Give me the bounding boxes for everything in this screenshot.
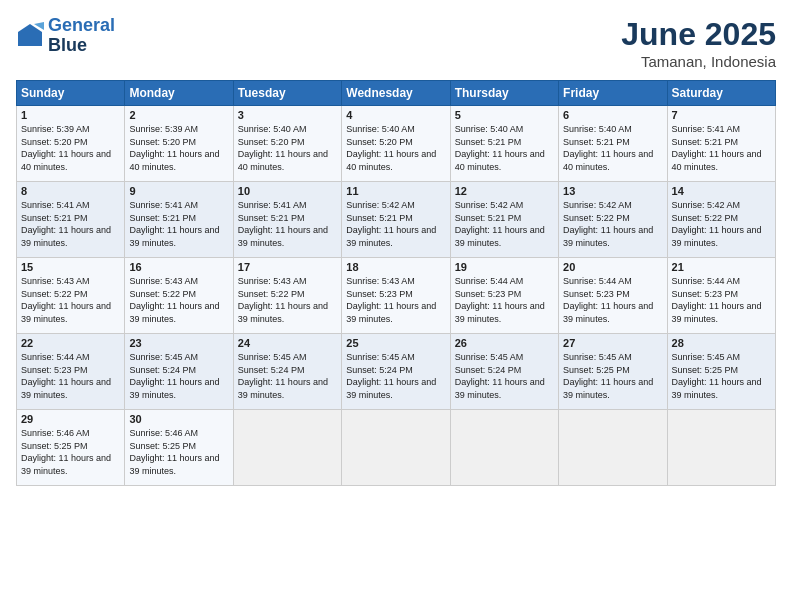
table-cell bbox=[667, 410, 775, 486]
day-info: Sunrise: 5:39 AMSunset: 5:20 PMDaylight:… bbox=[21, 123, 120, 173]
day-number: 23 bbox=[129, 337, 228, 349]
table-cell: 28Sunrise: 5:45 AMSunset: 5:25 PMDayligh… bbox=[667, 334, 775, 410]
day-info: Sunrise: 5:46 AMSunset: 5:25 PMDaylight:… bbox=[21, 427, 120, 477]
col-friday: Friday bbox=[559, 81, 667, 106]
day-info: Sunrise: 5:45 AMSunset: 5:25 PMDaylight:… bbox=[563, 351, 662, 401]
table-cell: 9Sunrise: 5:41 AMSunset: 5:21 PMDaylight… bbox=[125, 182, 233, 258]
day-number: 30 bbox=[129, 413, 228, 425]
day-number: 7 bbox=[672, 109, 771, 121]
table-row: 22Sunrise: 5:44 AMSunset: 5:23 PMDayligh… bbox=[17, 334, 776, 410]
day-info: Sunrise: 5:40 AMSunset: 5:20 PMDaylight:… bbox=[238, 123, 337, 173]
day-info: Sunrise: 5:44 AMSunset: 5:23 PMDaylight:… bbox=[455, 275, 554, 325]
table-cell: 14Sunrise: 5:42 AMSunset: 5:22 PMDayligh… bbox=[667, 182, 775, 258]
table-cell bbox=[233, 410, 341, 486]
day-info: Sunrise: 5:44 AMSunset: 5:23 PMDaylight:… bbox=[21, 351, 120, 401]
col-wednesday: Wednesday bbox=[342, 81, 450, 106]
day-number: 5 bbox=[455, 109, 554, 121]
day-info: Sunrise: 5:40 AMSunset: 5:20 PMDaylight:… bbox=[346, 123, 445, 173]
table-cell bbox=[559, 410, 667, 486]
table-cell: 3Sunrise: 5:40 AMSunset: 5:20 PMDaylight… bbox=[233, 106, 341, 182]
table-cell bbox=[342, 410, 450, 486]
table-cell: 5Sunrise: 5:40 AMSunset: 5:21 PMDaylight… bbox=[450, 106, 558, 182]
table-cell: 22Sunrise: 5:44 AMSunset: 5:23 PMDayligh… bbox=[17, 334, 125, 410]
day-number: 24 bbox=[238, 337, 337, 349]
day-info: Sunrise: 5:43 AMSunset: 5:22 PMDaylight:… bbox=[129, 275, 228, 325]
day-info: Sunrise: 5:45 AMSunset: 5:24 PMDaylight:… bbox=[129, 351, 228, 401]
header: General Blue June 2025 Tamanan, Indonesi… bbox=[16, 16, 776, 70]
table-cell: 25Sunrise: 5:45 AMSunset: 5:24 PMDayligh… bbox=[342, 334, 450, 410]
day-info: Sunrise: 5:44 AMSunset: 5:23 PMDaylight:… bbox=[563, 275, 662, 325]
table-cell: 6Sunrise: 5:40 AMSunset: 5:21 PMDaylight… bbox=[559, 106, 667, 182]
table-cell: 26Sunrise: 5:45 AMSunset: 5:24 PMDayligh… bbox=[450, 334, 558, 410]
location-title: Tamanan, Indonesia bbox=[621, 53, 776, 70]
day-number: 12 bbox=[455, 185, 554, 197]
table-cell: 27Sunrise: 5:45 AMSunset: 5:25 PMDayligh… bbox=[559, 334, 667, 410]
table-row: 29Sunrise: 5:46 AMSunset: 5:25 PMDayligh… bbox=[17, 410, 776, 486]
day-number: 18 bbox=[346, 261, 445, 273]
table-cell: 16Sunrise: 5:43 AMSunset: 5:22 PMDayligh… bbox=[125, 258, 233, 334]
day-number: 4 bbox=[346, 109, 445, 121]
day-info: Sunrise: 5:42 AMSunset: 5:22 PMDaylight:… bbox=[672, 199, 771, 249]
day-number: 16 bbox=[129, 261, 228, 273]
day-number: 27 bbox=[563, 337, 662, 349]
day-number: 22 bbox=[21, 337, 120, 349]
table-cell: 19Sunrise: 5:44 AMSunset: 5:23 PMDayligh… bbox=[450, 258, 558, 334]
day-number: 29 bbox=[21, 413, 120, 425]
day-info: Sunrise: 5:45 AMSunset: 5:24 PMDaylight:… bbox=[455, 351, 554, 401]
table-cell: 12Sunrise: 5:42 AMSunset: 5:21 PMDayligh… bbox=[450, 182, 558, 258]
day-number: 6 bbox=[563, 109, 662, 121]
table-cell: 4Sunrise: 5:40 AMSunset: 5:20 PMDaylight… bbox=[342, 106, 450, 182]
table-cell: 21Sunrise: 5:44 AMSunset: 5:23 PMDayligh… bbox=[667, 258, 775, 334]
day-number: 25 bbox=[346, 337, 445, 349]
day-info: Sunrise: 5:43 AMSunset: 5:22 PMDaylight:… bbox=[238, 275, 337, 325]
day-number: 17 bbox=[238, 261, 337, 273]
month-title: June 2025 bbox=[621, 16, 776, 53]
day-info: Sunrise: 5:44 AMSunset: 5:23 PMDaylight:… bbox=[672, 275, 771, 325]
table-cell: 24Sunrise: 5:45 AMSunset: 5:24 PMDayligh… bbox=[233, 334, 341, 410]
day-number: 19 bbox=[455, 261, 554, 273]
day-number: 26 bbox=[455, 337, 554, 349]
page: General Blue June 2025 Tamanan, Indonesi… bbox=[0, 0, 792, 612]
day-info: Sunrise: 5:45 AMSunset: 5:24 PMDaylight:… bbox=[238, 351, 337, 401]
day-number: 8 bbox=[21, 185, 120, 197]
day-info: Sunrise: 5:43 AMSunset: 5:23 PMDaylight:… bbox=[346, 275, 445, 325]
day-number: 20 bbox=[563, 261, 662, 273]
day-number: 28 bbox=[672, 337, 771, 349]
logo: General Blue bbox=[16, 16, 115, 56]
day-number: 14 bbox=[672, 185, 771, 197]
table-cell: 2Sunrise: 5:39 AMSunset: 5:20 PMDaylight… bbox=[125, 106, 233, 182]
table-cell: 23Sunrise: 5:45 AMSunset: 5:24 PMDayligh… bbox=[125, 334, 233, 410]
table-row: 1Sunrise: 5:39 AMSunset: 5:20 PMDaylight… bbox=[17, 106, 776, 182]
day-number: 11 bbox=[346, 185, 445, 197]
header-row: Sunday Monday Tuesday Wednesday Thursday… bbox=[17, 81, 776, 106]
table-row: 15Sunrise: 5:43 AMSunset: 5:22 PMDayligh… bbox=[17, 258, 776, 334]
day-number: 3 bbox=[238, 109, 337, 121]
title-area: June 2025 Tamanan, Indonesia bbox=[621, 16, 776, 70]
logo-icon bbox=[16, 22, 44, 50]
day-number: 21 bbox=[672, 261, 771, 273]
table-cell: 1Sunrise: 5:39 AMSunset: 5:20 PMDaylight… bbox=[17, 106, 125, 182]
col-tuesday: Tuesday bbox=[233, 81, 341, 106]
day-number: 15 bbox=[21, 261, 120, 273]
table-cell: 29Sunrise: 5:46 AMSunset: 5:25 PMDayligh… bbox=[17, 410, 125, 486]
day-info: Sunrise: 5:45 AMSunset: 5:25 PMDaylight:… bbox=[672, 351, 771, 401]
col-saturday: Saturday bbox=[667, 81, 775, 106]
day-info: Sunrise: 5:40 AMSunset: 5:21 PMDaylight:… bbox=[563, 123, 662, 173]
table-cell: 15Sunrise: 5:43 AMSunset: 5:22 PMDayligh… bbox=[17, 258, 125, 334]
day-info: Sunrise: 5:39 AMSunset: 5:20 PMDaylight:… bbox=[129, 123, 228, 173]
day-info: Sunrise: 5:41 AMSunset: 5:21 PMDaylight:… bbox=[672, 123, 771, 173]
calendar-table: Sunday Monday Tuesday Wednesday Thursday… bbox=[16, 80, 776, 486]
table-cell: 30Sunrise: 5:46 AMSunset: 5:25 PMDayligh… bbox=[125, 410, 233, 486]
table-cell: 10Sunrise: 5:41 AMSunset: 5:21 PMDayligh… bbox=[233, 182, 341, 258]
day-info: Sunrise: 5:42 AMSunset: 5:21 PMDaylight:… bbox=[346, 199, 445, 249]
col-monday: Monday bbox=[125, 81, 233, 106]
svg-marker-0 bbox=[18, 24, 42, 46]
day-info: Sunrise: 5:41 AMSunset: 5:21 PMDaylight:… bbox=[21, 199, 120, 249]
table-cell: 17Sunrise: 5:43 AMSunset: 5:22 PMDayligh… bbox=[233, 258, 341, 334]
day-number: 10 bbox=[238, 185, 337, 197]
table-cell: 7Sunrise: 5:41 AMSunset: 5:21 PMDaylight… bbox=[667, 106, 775, 182]
table-cell: 8Sunrise: 5:41 AMSunset: 5:21 PMDaylight… bbox=[17, 182, 125, 258]
table-cell: 13Sunrise: 5:42 AMSunset: 5:22 PMDayligh… bbox=[559, 182, 667, 258]
table-row: 8Sunrise: 5:41 AMSunset: 5:21 PMDaylight… bbox=[17, 182, 776, 258]
day-info: Sunrise: 5:41 AMSunset: 5:21 PMDaylight:… bbox=[129, 199, 228, 249]
